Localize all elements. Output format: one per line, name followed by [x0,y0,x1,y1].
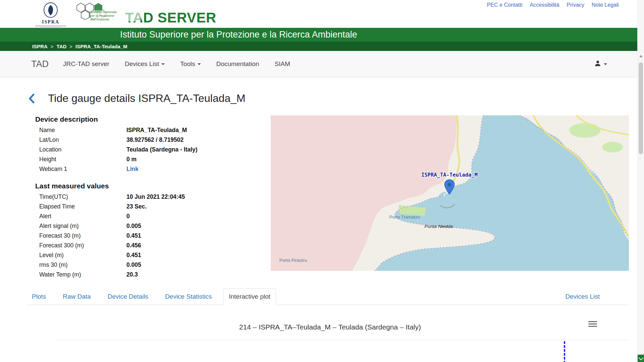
main-navbar: TAD JRC-TAD server Devices List Tools Do… [0,51,644,77]
map-marker-label: ISPRA_TA-Teulada_M [421,172,478,178]
map-label-punta-niedda: Punta Niedda [425,224,453,229]
breadcrumb: ISPRA > TAD > ISPRA_TA-Teulada_M [0,42,644,51]
user-icon [594,60,601,68]
chart-export-menu-icon[interactable] [588,321,597,328]
nav-item-devices-list[interactable]: Devices List [117,60,172,68]
nav-item-siam[interactable]: SIAM [267,60,298,68]
ispra-logo-label: ISPRA [42,19,59,25]
scroll-down-button[interactable] [638,355,644,362]
page-title-row: Tide gauge details ISPRA_TA-Teulada_M [31,92,629,105]
logo-group: ISPRA Sistema Nazionale p [35,0,108,28]
detail-row: Lat/Lon38.927562 / 8.719502 [35,135,267,145]
measure-row: Alert0 [35,212,267,221]
link-privacy[interactable]: Privacy [567,2,584,8]
tab-plots[interactable]: Plots [26,289,51,305]
institution-banner-text: Istituto Superiore per la Protezione e l… [120,29,357,40]
snpa-logo[interactable]: Sistema Nazionale per la Protezione dell… [75,2,108,24]
tab-device-statistics[interactable]: Device Statistics [160,289,217,305]
page-title: Tide gauge details ISPRA_TA-Teulada_M [48,92,246,105]
tabs-bar: Plots Raw Data Device Details Device Sta… [26,288,629,305]
ispra-logo-microtext [40,27,61,28]
measure-row: Forecast 30 (m)0.451 [35,231,267,241]
breadcrumb-tad[interactable]: TAD [57,44,67,49]
webcam-link[interactable]: Link [126,166,139,173]
scroll-up-arrow-icon[interactable] [639,55,643,57]
chevron-down-icon [198,63,201,65]
main-content: Tide gauge details ISPRA_TA-Teulada_M De… [0,92,644,362]
breadcrumb-separator: > [51,44,54,49]
nav-item-tools[interactable]: Tools [172,60,208,68]
link-pec-contatti[interactable]: PEC e Contatti [487,2,523,8]
breadcrumb-separator: > [69,44,72,49]
measure-row: Time(UTC)10 Jun 2021 22:04:45 [35,192,267,202]
chevron-down-icon [604,63,607,65]
breadcrumb-device[interactable]: ISPRA_TA-Teulada_M [75,44,127,49]
chart-plot-area: 0.5 [31,340,629,362]
map-green-patch [602,142,623,153]
device-details-panel: Device description NameISPRA_TA-Teulada_… [31,115,267,280]
tab-interactive-plot[interactable]: Interactive plot [223,288,276,305]
snpa-logo-text: Sistema Nazionale per la Protezione dell… [90,10,141,21]
detail-row-webcam: Webcam 1Link [35,164,267,174]
map[interactable]: ISPRA_TA-Teulada_M Porto Tramatzu Punta … [271,115,629,271]
last-measured-heading: Last measured values [35,182,267,190]
ispra-logo-microtext [35,25,66,26]
breadcrumb-ispra[interactable]: ISPRA [32,44,48,49]
nav-item-jrc-tad-server[interactable]: JRC-TAD server [55,60,117,68]
ispra-emblem-icon [43,2,58,19]
detail-row: NameISPRA_TA-Teulada_M [35,125,267,135]
devices-list-link[interactable]: Devices List [560,289,605,305]
top-header: ISPRA Sistema Nazionale p [0,0,644,28]
chart-gridline [56,340,629,340]
navbar-brand-tad[interactable]: TAD [31,59,49,69]
tab-device-details[interactable]: Device Details [102,289,154,305]
map-label-porto-tramatzu: Porto Tramatzu [389,215,420,220]
measure-row: Elapsed Time23 Sec. [35,202,267,212]
scrollbar[interactable] [637,0,644,362]
detail-row: Height0 m [35,155,267,164]
measure-row: rms 30 (m)0.005 [35,260,267,270]
measure-row: Alert signal (m)0.005 [35,221,267,231]
map-label-porto-pirastru: Porto Pirastru [279,258,307,263]
scrollbar-thumb[interactable] [639,62,643,154]
tab-raw-data[interactable]: Raw Data [57,289,96,305]
link-note-legali[interactable]: Note Legali [592,2,619,8]
measure-row: Water Temp (m)20.3 [35,270,267,280]
detail-row: LocationTeulada (Sardegna - Italy) [35,145,267,155]
nav-item-documentation[interactable]: Documentation [209,60,267,68]
measure-row: Forecast 300 (m)0.456 [35,241,267,250]
back-button[interactable] [28,93,35,104]
chevron-down-icon [161,63,165,65]
link-accessibilita[interactable]: Accessibilità [530,2,559,8]
ispra-logo[interactable]: ISPRA [35,2,66,28]
chart-series-dashed-line [564,341,565,362]
top-utility-links: PEC e Contatti Accessibilità Privacy Not… [487,2,619,8]
device-description-heading: Device description [35,115,267,123]
interactive-plot-section: 214 – ISPRA_TA–Teulada_M – Teulada (Sard… [31,305,629,362]
map-green-patch [569,123,600,138]
measure-row: Level (m)0.451 [35,250,267,260]
chart-title: 214 – ISPRA_TA–Teulada_M – Teulada (Sard… [31,323,629,331]
user-menu[interactable] [594,60,607,68]
institution-banner: Istituto Superiore per la Protezione e l… [0,28,644,42]
